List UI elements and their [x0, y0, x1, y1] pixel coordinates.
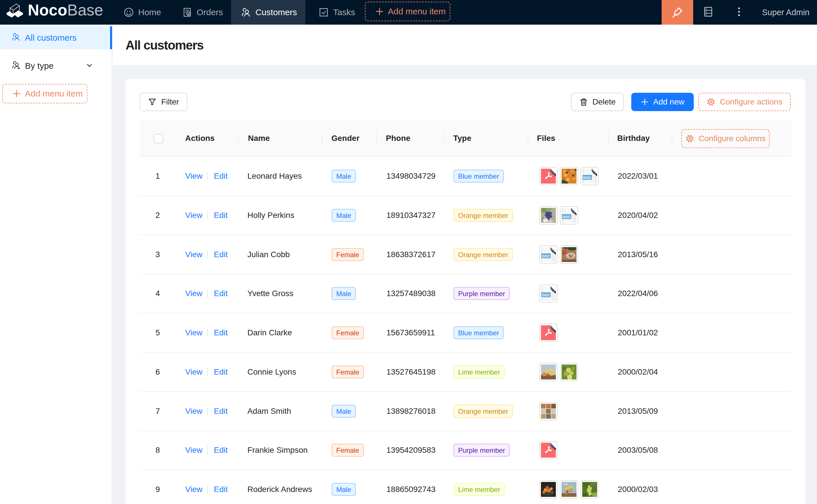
svg-text:DOC: DOC	[542, 293, 550, 297]
svg-text:DOC: DOC	[562, 215, 571, 219]
svg-text:DOC: DOC	[542, 254, 550, 258]
svg-text:DOC: DOC	[583, 176, 592, 180]
